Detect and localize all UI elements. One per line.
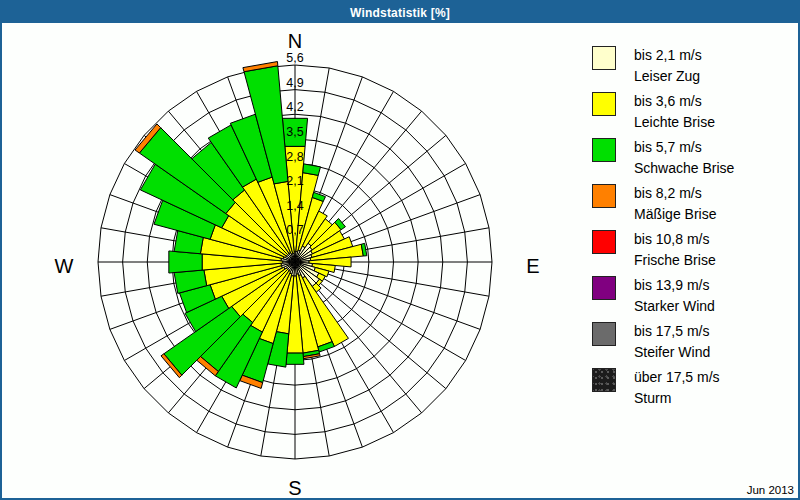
date-label: Jun 2013: [747, 484, 794, 496]
legend: bis 2,1 m/sLeiser Zug bis 3,6 m/sLeichte…: [587, 46, 792, 414]
legend-speed: bis 8,2 m/s: [634, 185, 702, 201]
legend-speed: bis 3,6 m/s: [634, 93, 702, 109]
legend-speed: bis 17,5 m/s: [634, 323, 709, 339]
compass-label-south: S: [288, 477, 301, 499]
rose-ring-label: 5,6: [286, 51, 303, 65]
rose-ring-label: 0,7: [286, 223, 303, 237]
compass-label-west: W: [55, 255, 74, 277]
legend-speed: bis 13,9 m/s: [634, 277, 709, 293]
rose-sector-band: [286, 353, 304, 364]
legend-label: Starker Wind: [634, 298, 715, 314]
legend-speed: bis 5,7 m/s: [634, 139, 702, 155]
legend-label: Schwache Brise: [634, 160, 734, 176]
rose-ring-label: 3,5: [286, 125, 303, 139]
legend-swatch-sturm: [592, 368, 616, 392]
legend-label: Leichte Brise: [634, 114, 715, 130]
legend-label: Steifer Wind: [634, 344, 710, 360]
legend-swatch-maessige-brise: [592, 184, 616, 208]
compass-label-east: E: [526, 255, 539, 277]
legend-item: bis 10,8 m/sFrische Brise: [587, 230, 792, 276]
rose-ring-label: 1,4: [286, 199, 303, 213]
legend-item: bis 2,1 m/sLeiser Zug: [587, 46, 792, 92]
legend-item: bis 3,6 m/sLeichte Brise: [587, 92, 792, 138]
window-title: Windstatistik [%]: [350, 6, 450, 20]
legend-swatch-leiser-zug: [592, 46, 616, 70]
legend-swatch-schwache-brise: [592, 138, 616, 162]
legend-label: Mäßige Brise: [634, 206, 716, 222]
legend-label: Frische Brise: [634, 252, 716, 268]
legend-item: bis 13,9 m/sStarker Wind: [587, 276, 792, 322]
windstatistik-window: 0,71,42,12,83,54,24,95,6 N S W E Jun 201…: [0, 0, 800, 500]
legend-label: Sturm: [634, 390, 671, 406]
rose-ring-label: 2,1: [286, 174, 303, 188]
legend-swatch-starker-wind: [592, 276, 616, 300]
legend-item: über 17,5 m/sSturm: [587, 368, 792, 414]
legend-swatch-steifer-wind: [592, 322, 616, 346]
title-bar: Windstatistik [%]: [2, 2, 798, 23]
legend-item: bis 8,2 m/sMäßige Brise: [587, 184, 792, 230]
legend-speed: bis 2,1 m/s: [634, 47, 702, 63]
compass-label-north: N: [288, 30, 302, 52]
rose-sector-band: [169, 251, 202, 273]
rose-ring-label: 4,2: [286, 100, 303, 114]
legend-swatch-frische-brise: [592, 230, 616, 254]
legend-speed: bis 10,8 m/s: [634, 231, 709, 247]
legend-speed: über 17,5 m/s: [634, 369, 720, 385]
legend-swatch-leichte-brise: [592, 92, 616, 116]
rose-ring-label: 4,9: [286, 76, 303, 90]
legend-item: bis 17,5 m/sSteifer Wind: [587, 322, 792, 368]
legend-item: bis 5,7 m/sSchwache Brise: [587, 138, 792, 184]
rose-ring-label: 2,8: [286, 150, 303, 164]
legend-label: Leiser Zug: [634, 68, 700, 84]
